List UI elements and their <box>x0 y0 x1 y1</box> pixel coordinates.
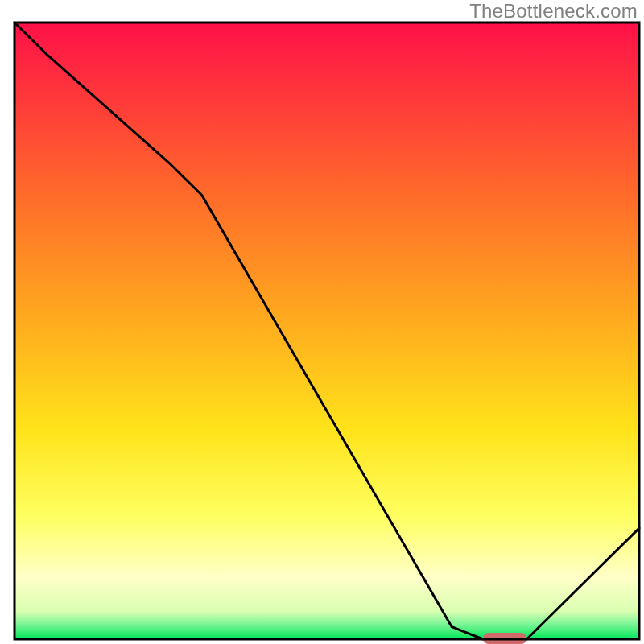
attribution-text: TheBottleneck.com <box>469 0 638 23</box>
plot-background <box>14 23 639 639</box>
bottleneck-chart <box>0 0 644 644</box>
chart-container: { "attribution": "TheBottleneck.com", "c… <box>0 0 644 644</box>
